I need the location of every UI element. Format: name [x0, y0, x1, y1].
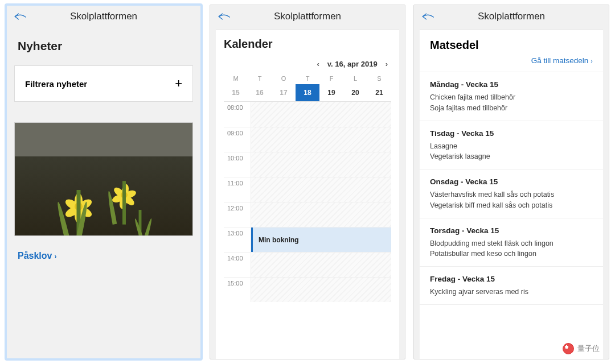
weekday-label: O	[272, 75, 296, 82]
weekday-label: F	[319, 75, 343, 82]
date-cell[interactable]: 18	[296, 84, 319, 101]
time-slot[interactable]	[251, 278, 391, 302]
chevron-right-icon: ›	[54, 253, 56, 260]
menu-meal: Kyckling ajvar serveras med ris	[430, 287, 593, 297]
watermark-text: 量子位	[577, 344, 600, 354]
menu-meal: Soja fajitas med tillbehör	[430, 103, 593, 114]
time-row: 15:00	[224, 277, 391, 302]
menu-heading: Matsedel	[420, 39, 603, 56]
menu-open-link[interactable]: Gå till matsedeln›	[420, 56, 603, 72]
weekday-label: T	[248, 75, 272, 82]
time-row: 11:00	[224, 177, 391, 202]
menu-day-title: Torsdag - Vecka 15	[430, 226, 593, 235]
menu-day-title: Fredag - Vecka 15	[430, 275, 593, 283]
time-label: 10:00	[224, 152, 251, 177]
news-story-image[interactable]	[14, 122, 193, 236]
weekday-label: S	[367, 75, 391, 82]
app-title: Skolplattformen	[217, 11, 398, 22]
topbar: Skolplattformen	[414, 5, 609, 29]
calendar-heading: Kalender	[224, 38, 391, 51]
time-row: 12:00	[224, 202, 391, 227]
time-label: 09:00	[224, 127, 251, 152]
time-label: 08:00	[224, 102, 251, 127]
time-label: 13:00	[224, 228, 251, 252]
watermark: 量子位	[559, 342, 603, 355]
menu-day-block: Torsdag - Vecka 15Blodpudding med stekt …	[420, 218, 603, 267]
weekday-label: M	[224, 75, 248, 82]
app-title: Skolplattformen	[421, 11, 602, 22]
topbar: Skolplattformen	[210, 5, 405, 29]
date-cell[interactable]: 16	[248, 84, 272, 101]
time-row: 10:00	[224, 152, 391, 177]
time-slot[interactable]: Min bokning	[251, 228, 391, 252]
weekday-label: T	[296, 75, 319, 82]
time-slot[interactable]	[251, 177, 391, 202]
screen-calendar: Skolplattformen Kalender ‹ v. 16, apr 20…	[210, 5, 405, 359]
menu-meal: Blodpudding med stekt fläsk och lingon	[430, 238, 593, 249]
calendar-booking[interactable]: Min bokning	[251, 228, 391, 252]
app-title: Skolplattformen	[13, 11, 194, 22]
menu-day-title: Onsdag - Vecka 15	[430, 177, 593, 186]
time-row: 14:00	[224, 252, 391, 277]
time-row: 09:00	[224, 127, 391, 152]
time-label: 15:00	[224, 278, 251, 302]
news-story-title: Påsklov	[18, 251, 52, 260]
time-label: 14:00	[224, 253, 251, 277]
filter-news-button[interactable]: Filtrera nyheter +	[14, 65, 193, 102]
menu-meal: Vegetarisk biff med kall sås och potatis	[430, 200, 593, 211]
menu-day-title: Måndag - Vecka 15	[430, 80, 593, 89]
filter-label: Filtrera nyheter	[25, 79, 87, 89]
watermark-icon	[563, 343, 574, 354]
topbar: Skolplattformen	[6, 5, 201, 29]
menu-link-label: Gå till matsedeln	[531, 56, 589, 65]
time-row: 08:00	[224, 102, 391, 127]
time-slot[interactable]	[251, 152, 391, 177]
menu-meal: Lasagne	[430, 141, 593, 152]
news-heading: Nyheter	[6, 29, 201, 65]
menu-card: Matsedel Gå till matsedeln› Måndag - Vec…	[420, 29, 603, 359]
time-slot[interactable]	[251, 202, 391, 227]
menu-meal: Potatisbullar med keso och lingon	[430, 249, 593, 259]
time-label: 11:00	[224, 177, 251, 202]
day-timeline[interactable]: 08:0009:0010:0011:0012:0013:00Min boknin…	[224, 102, 391, 359]
menu-day-title: Tisdag - Vecka 15	[430, 129, 593, 138]
date-row: 15161718192021	[224, 84, 391, 102]
date-cell[interactable]: 19	[319, 84, 343, 101]
weekday-label: L	[343, 75, 367, 82]
menu-day-block: Tisdag - Vecka 15LasagneVegetarisk lasag…	[420, 121, 603, 170]
menu-day-block: Fredag - Vecka 15Kyckling ajvar serveras…	[420, 267, 603, 305]
chevron-right-icon: ›	[591, 57, 593, 64]
time-row: 13:00Min bokning	[224, 227, 391, 252]
menu-meal: Chicken fajita med tillbehör	[430, 92, 593, 103]
menu-day-block: Onsdag - Vecka 15Västerhavsfisk med kall…	[420, 169, 603, 218]
time-label: 12:00	[224, 202, 251, 227]
weekday-header-row: MTOTFLS	[224, 73, 391, 84]
date-cell[interactable]: 20	[343, 84, 367, 101]
menu-day-block: Måndag - Vecka 15Chicken fajita med till…	[420, 72, 603, 121]
next-week-button[interactable]: ›	[383, 60, 390, 68]
prev-week-button[interactable]: ‹	[314, 60, 321, 68]
plus-icon: +	[175, 77, 182, 90]
screen-menu: Skolplattformen Matsedel Gå till matsede…	[413, 5, 609, 359]
menu-meal: Vegetarisk lasagne	[430, 151, 593, 162]
time-slot[interactable]	[251, 127, 391, 152]
week-label: v. 16, apr 2019	[327, 60, 378, 68]
time-slot[interactable]	[251, 102, 391, 127]
date-cell[interactable]: 15	[224, 84, 248, 101]
news-story-link[interactable]: Påsklov›	[6, 236, 201, 268]
week-navigator: ‹ v. 16, apr 2019 ›	[224, 57, 391, 73]
screen-news: Skolplattformen Nyheter Filtrera nyheter…	[6, 5, 202, 359]
calendar-card: Kalender ‹ v. 16, apr 2019 › MTOTFLS 151…	[216, 29, 399, 359]
menu-meal: Västerhavsfisk med kall sås och potatis	[430, 189, 593, 200]
date-cell[interactable]: 21	[367, 84, 391, 101]
time-slot[interactable]	[251, 253, 391, 277]
date-cell[interactable]: 17	[272, 84, 296, 101]
